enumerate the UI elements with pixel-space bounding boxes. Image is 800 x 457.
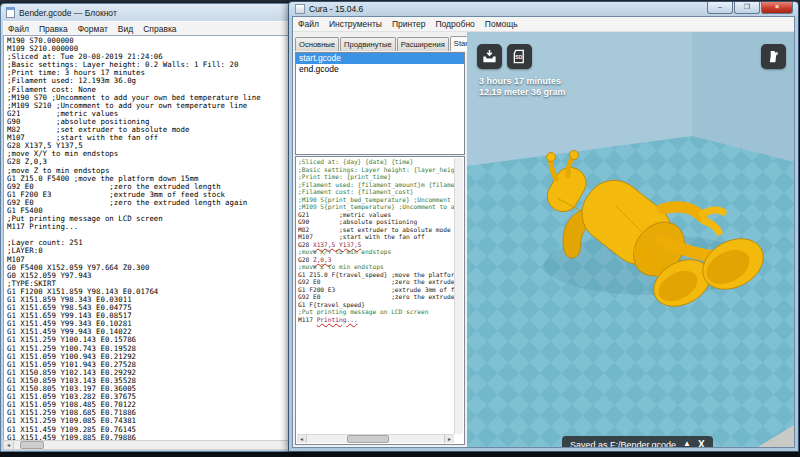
code-line: G92 E0 ;zero the extruded length again [7, 199, 296, 207]
code-line: G28 X137,5 Y137,5 [298, 241, 454, 249]
scroll-left-icon[interactable]: ◄ [297, 435, 307, 443]
code-line: M82 ;set extruder to absolute mode [298, 226, 454, 234]
save-toolpath-sd-button[interactable]: SD [507, 44, 532, 69]
code-line: M117 Printing... [7, 223, 296, 231]
menu-item[interactable]: Файл [293, 19, 324, 29]
print-time: 3 hours 17 minutes [479, 76, 566, 87]
notepad-hscrollbar[interactable]: ◄ [3, 440, 297, 450]
code-line: ;Sliced at: {day} {date} {time} [298, 158, 454, 166]
menu-item[interactable]: Справка [138, 24, 181, 34]
window-controls: – ❐ × [706, 2, 793, 14]
code-line: M107 ;start with the fan off [298, 233, 454, 241]
editor-vscrollbar[interactable] [454, 158, 463, 434]
scroll-thumb[interactable] [20, 441, 44, 449]
gcode-editor[interactable]: ;Sliced at: {day} {date} {time};Basic se… [295, 156, 465, 445]
code-line: ;M109 S{print_temperature} ;Uncomment to… [298, 203, 454, 211]
code-line: G28 Z,0,3 [298, 256, 454, 264]
gcode-editor-text[interactable]: ;Sliced at: {day} {date} {time};Basic se… [298, 158, 454, 434]
menu-item[interactable]: Принтер [387, 19, 431, 29]
scroll-left-icon[interactable]: ◄ [4, 441, 14, 449]
editor-hscrollbar[interactable]: ◄ ► [297, 434, 454, 443]
list-item[interactable]: end.gcode [296, 64, 464, 75]
list-item[interactable]: start.gcode [296, 53, 464, 64]
cura-menubar: ФайлИнструментыПринтерПодробноПомощь [293, 17, 794, 32]
code-line: G1 F{travel_speed} [298, 301, 454, 309]
tab-продвинутые[interactable]: Продвинутые [340, 37, 396, 51]
view-mode-icon [766, 49, 781, 64]
code-line: ;M190 S{print_bed_temperature} ;Uncommen… [298, 196, 454, 204]
notepad-window: Bender.gcode — Блокнот ФайлПравкаФорматВ… [0, 3, 300, 452]
saved-notification: Saved as F:/Bender.gcode ▲ X [562, 436, 713, 447]
code-line: G1 Z15.0 F{travel_speed} ;move the platf… [298, 271, 454, 279]
menu-item[interactable]: Правка [34, 24, 73, 34]
code-line: ;Filament used: {filament_amount}m {fila… [298, 181, 454, 189]
menu-item[interactable]: Файл [3, 24, 34, 34]
saved-notification-text: Saved as F:/Bender.gcode [570, 436, 676, 447]
code-line: G92 E0 ;zero the extruded length again [298, 293, 454, 301]
code-line: M117 Printing... [298, 316, 454, 324]
slice-info: 3 hours 17 minutes 12.19 meter 36 gram [479, 76, 566, 97]
code-line: ;Layer count: 251 [7, 239, 296, 247]
cura-title: Cura - 15.04.6 [309, 4, 363, 14]
filament-usage: 12.19 meter 36 gram [479, 87, 566, 98]
code-line: ;LAYER:0 [7, 247, 296, 255]
menu-item[interactable]: Вид [113, 24, 138, 34]
code-line: G1 F200 E3 ;extrude 3mm of feed stock [298, 286, 454, 294]
misspelled-token: Printing... [317, 316, 358, 323]
close-button[interactable]: × [761, 2, 793, 14]
menu-item[interactable]: Помощь [480, 19, 523, 29]
cura-icon [295, 4, 305, 14]
viewport-3d[interactable]: SD 3 hours 17 minutes 12.19 meter 36 gra… [467, 32, 794, 447]
minimize-button[interactable]: – [707, 2, 733, 14]
menu-item[interactable]: Подробно [430, 19, 479, 29]
gcode-file-list: start.gcodeend.gcode [295, 52, 465, 155]
load-model-button[interactable] [477, 44, 502, 69]
code-line: G21 ;metric values [298, 211, 454, 219]
settings-tabbar: ОсновныеПродвинутыеРасширенияStart/End◄► [295, 35, 467, 51]
maximize-button[interactable]: ❐ [734, 2, 760, 14]
bender-model[interactable] [522, 147, 772, 327]
menu-item[interactable]: Формат [73, 24, 113, 34]
code-line: ;Basic settings: Layer height: {layer_he… [298, 166, 454, 174]
notepad-icon [6, 7, 15, 18]
tab-основные[interactable]: Основные [295, 37, 339, 51]
notepad-menubar: ФайлПравкаФорматВидСправка [3, 21, 297, 36]
code-line: ;move X/Y to min endstops [298, 248, 454, 256]
sd-card-icon: SD [512, 49, 527, 64]
code-line: ;Print time: {print_time} [298, 173, 454, 181]
svg-text:SD: SD [515, 54, 522, 60]
tab-расширения[interactable]: Расширения [397, 37, 449, 51]
cura-window: Cura - 15.04.6 – ❐ × ФайлИнструментыПрин… [288, 1, 799, 452]
menu-item[interactable]: Инструменты [324, 19, 387, 29]
code-line: G90 ;absolute positioning [298, 218, 454, 226]
desktop: { "notepad": { "title": "Bender.gcode — … [0, 0, 800, 457]
misspelled-token: X137,5 Y137,5 [313, 241, 361, 248]
notepad-title: Bender.gcode — Блокнот [19, 8, 117, 18]
code-line: ;move X/Y to min endstops [7, 150, 296, 158]
code-line: ;Put printing message on LCD screen [298, 308, 454, 316]
code-line: ;Filament cost: {filament_cost} [298, 188, 454, 196]
code-line: ;move Z to min endstops [298, 263, 454, 271]
notification-close-icon[interactable]: X [698, 436, 705, 447]
view-mode-button[interactable] [761, 44, 786, 69]
code-line: G92 E0 ;zero the extruded length [298, 278, 454, 286]
settings-panel: ОсновныеПродвинутыеРасширенияStart/End◄►… [293, 32, 467, 447]
eject-sd-icon[interactable]: ▲ [683, 440, 691, 447]
notepad-text[interactable]: M190 S70.000000M109 S210.000000;Sliced a… [3, 35, 297, 441]
load-model-icon [482, 49, 497, 64]
cura-client-area: ФайлИнструментыПринтерПодробноПомощь Осн… [292, 16, 795, 448]
scroll-thumb[interactable] [347, 435, 389, 443]
notepad-titlebar[interactable]: Bender.gcode — Блокнот [1, 4, 299, 21]
misspelled-token: Z,0,3 [313, 256, 332, 263]
scroll-right-icon[interactable]: ► [444, 435, 454, 443]
